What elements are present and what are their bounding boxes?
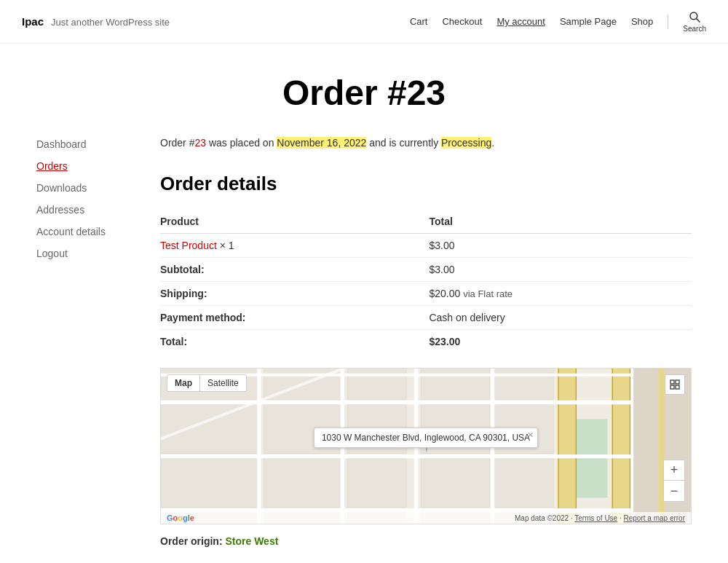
search-label: Search [683,25,706,33]
map-address-popup: ✕ 1030 W Manchester Blvd, Inglewood, CA … [314,428,538,448]
subtotal-value: $3.00 [429,258,692,282]
table-row-total: Total: $23.00 [160,330,692,354]
map-zoom-out[interactable]: − [664,481,684,501]
order-origin: Order origin: Store West [160,535,692,547]
sidebar: Dashboard Orders Downloads Addresses Acc… [36,135,146,547]
map-btn-satellite[interactable]: Satellite [200,375,246,391]
table-row-product: Test Product × 1 $3.00 [160,234,692,258]
map-address-text: 1030 W Manchester Blvd, Inglewood, CA 90… [322,433,530,443]
page-title-section: Order #23 [0,44,728,135]
product-total: $3.00 [429,234,692,258]
site-tagline: Just another WordPress site [51,17,170,28]
sidebar-item-downloads[interactable]: Downloads [36,182,146,194]
status-msg-prefix: Order # [160,137,194,149]
svg-rect-9 [161,459,259,508]
google-logo: Google [167,513,194,522]
total-value: $23.00 [429,330,692,354]
svg-rect-40 [676,380,679,384]
expand-icon [670,379,680,390]
sidebar-item-dashboard[interactable]: Dashboard [36,138,146,150]
product-link[interactable]: Test Product [160,240,217,251]
nav-cart[interactable]: Cart [410,16,428,27]
nav-separator [668,15,668,29]
svg-rect-41 [670,385,674,389]
col-product: Product [160,210,429,234]
sidebar-item-addresses[interactable]: Addresses [36,204,146,216]
order-content: Order #23 was placed on November 16, 202… [146,135,692,547]
map-inner: Map Satellite ✕ 1030 W Manche [161,369,691,524]
svg-line-1 [697,19,700,23]
shipping-label: Shipping: [160,282,429,306]
product-qty: × 1 [220,240,234,251]
map-report-link[interactable]: Report a map error [624,514,685,522]
sidebar-item-logout[interactable]: Logout [36,248,146,259]
order-table: Product Total Test Product × 1 $3.00 Sub… [160,210,692,353]
status-msg-suffix: and is currently [366,137,441,149]
order-status-message: Order #23 was placed on November 16, 202… [160,135,692,151]
table-row-subtotal: Subtotal: $3.00 [160,258,692,282]
svg-rect-6 [161,405,259,454]
svg-rect-24 [558,369,576,524]
payment-value: Cash on delivery [429,306,692,330]
order-origin-value: Store West [225,535,278,547]
nav-shop[interactable]: Shop [631,16,653,27]
payment-label: Payment method: [160,306,429,330]
order-number-link[interactable]: 23 [194,137,206,149]
shipping-via: via Flat rate [463,288,513,299]
sidebar-item-orders[interactable]: Orders [36,160,146,172]
map-terms-link[interactable]: Terms of Use [574,514,617,522]
site-title: Ipac [22,15,44,28]
search-icon [688,10,701,23]
map-type-controls: Map Satellite [167,374,247,392]
col-total: Total [429,210,692,234]
nav-my-account[interactable]: My account [496,16,545,27]
table-row-payment: Payment method: Cash on delivery [160,306,692,330]
svg-rect-25 [612,369,630,524]
svg-rect-10 [264,459,343,508]
page-title: Order #23 [15,73,713,113]
map-footer-info: Map data ©2022 · Terms of Use · Report a… [515,514,685,522]
svg-rect-11 [347,459,406,508]
product-cell: Test Product × 1 [160,234,429,258]
sidebar-item-account-details[interactable]: Account details [36,226,146,237]
shipping-value: $20.00 via Flat rate [429,282,692,306]
map-footer: Google Map data ©2022 · Terms of Use · R… [161,512,691,524]
svg-rect-20 [494,459,553,508]
order-origin-label: Order origin: [160,535,223,547]
nav-sample-page[interactable]: Sample Page [560,16,617,27]
order-status: Processing [441,137,491,149]
main-nav: Cart Checkout My account Sample Page Sho… [410,10,706,33]
map-container: Map Satellite ✕ 1030 W Manche [160,368,692,524]
table-row-shipping: Shipping: $20.00 via Flat rate [160,282,692,306]
site-header: Ipac Just another WordPress site Cart Ch… [0,0,728,44]
map-zoom-controls: + − [663,460,685,502]
status-msg-mid: was placed on [206,137,277,149]
nav-checkout[interactable]: Checkout [442,16,482,27]
total-label: Total: [160,330,429,354]
map-data-credit: Map data ©2022 [515,514,569,522]
site-brand: Ipac Just another WordPress site [22,15,170,28]
subtotal-label: Subtotal: [160,258,429,282]
svg-rect-15 [421,369,489,399]
svg-rect-39 [670,380,674,384]
map-address-close[interactable]: ✕ [527,430,534,440]
shipping-amount: $20.00 [429,288,460,299]
svg-point-0 [690,12,697,20]
svg-rect-19 [421,459,489,508]
map-zoom-in[interactable]: + [664,460,684,481]
status-msg-end: . [491,137,494,149]
map-expand-button[interactable] [665,374,685,395]
order-details-heading: Order details [160,173,692,195]
main-layout: Dashboard Orders Downloads Addresses Acc… [15,135,713,563]
svg-rect-42 [676,385,679,389]
search-button[interactable]: Search [683,10,706,33]
svg-rect-5 [347,369,406,399]
order-date: November 16, 2022 [277,137,366,149]
svg-rect-16 [494,369,553,399]
map-btn-map[interactable]: Map [167,375,199,391]
